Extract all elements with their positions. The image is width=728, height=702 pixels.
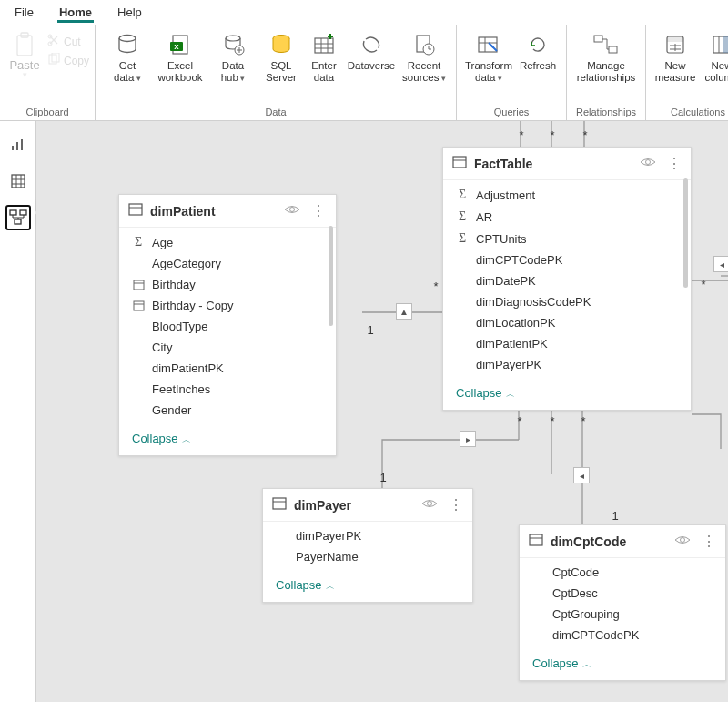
excel-workbook-button[interactable]: X Excel workbook xyxy=(154,28,207,84)
visibility-icon[interactable] xyxy=(640,156,656,171)
field-row[interactable]: dimDiagnosisCodePK xyxy=(443,291,691,312)
field-row[interactable]: Gender xyxy=(119,400,336,421)
report-view-button[interactable] xyxy=(5,132,31,158)
visibility-icon[interactable] xyxy=(674,534,691,549)
enter-data-icon xyxy=(310,31,338,58)
paste-button[interactable]: Paste ▾ xyxy=(5,28,44,79)
field-row[interactable]: ΣAge xyxy=(119,231,336,253)
enter-data-button[interactable]: Enter data xyxy=(303,28,345,84)
collapse-button[interactable]: Collapse︿ xyxy=(520,649,725,680)
table-icon xyxy=(272,496,287,514)
table-card-facttable[interactable]: FactTable ⋮ ΣAdjustment ΣAR ΣCPTUnits di… xyxy=(442,147,692,411)
field-row[interactable]: AgeCategory xyxy=(119,253,336,274)
group-label-clipboard: Clipboard xyxy=(5,105,89,120)
filter-direction-icon[interactable]: ◂ xyxy=(713,256,728,272)
cardinality-many: * xyxy=(513,127,530,143)
table-card-dimpatient[interactable]: dimPatient ⋮ ΣAge AgeCategory Birthday B… xyxy=(118,194,337,456)
field-row[interactable]: dimPayerPK xyxy=(443,354,691,375)
field-row[interactable]: dimPayerPK xyxy=(263,525,472,546)
refresh-icon xyxy=(524,31,551,58)
refresh-button[interactable]: Refresh xyxy=(515,28,561,72)
filter-direction-icon[interactable]: ◂ xyxy=(573,467,590,483)
cut-button[interactable]: Cut xyxy=(47,34,89,49)
more-icon[interactable]: ⋮ xyxy=(702,533,716,550)
field-row[interactable]: dimPatientPK xyxy=(119,358,336,379)
collapse-button[interactable]: Collapse︿ xyxy=(263,571,472,602)
field-row[interactable]: Birthday xyxy=(119,274,336,295)
field-row[interactable]: BloodType xyxy=(119,316,336,337)
collapse-button[interactable]: Collapse︿ xyxy=(119,424,336,455)
more-icon[interactable]: ⋮ xyxy=(667,155,682,172)
scrollbar[interactable] xyxy=(329,226,333,326)
data-view-button[interactable] xyxy=(5,168,31,194)
measure-icon xyxy=(662,31,689,58)
calendar-icon xyxy=(132,300,145,311)
visibility-icon[interactable] xyxy=(284,203,300,219)
filter-direction-icon[interactable]: ▲ xyxy=(396,303,412,320)
field-row[interactable]: ΣAdjustment xyxy=(443,184,691,206)
field-row[interactable]: ΣAR xyxy=(443,206,691,228)
get-data-button[interactable]: Get data ▾ xyxy=(101,28,154,85)
data-hub-label: Data hub ▾ xyxy=(221,60,246,85)
svg-rect-20 xyxy=(667,36,683,42)
tab-file[interactable]: File xyxy=(13,2,35,23)
field-row[interactable]: ΣCPTUnits xyxy=(443,228,691,249)
field-row[interactable]: CptDesc xyxy=(520,583,725,604)
svg-point-32 xyxy=(646,160,651,165)
svg-rect-22 xyxy=(723,36,728,53)
copy-button[interactable]: Copy xyxy=(47,53,89,68)
field-row[interactable]: dimCPTCodePK xyxy=(443,249,691,270)
cardinality-many: * xyxy=(428,278,444,294)
tab-home[interactable]: Home xyxy=(57,2,94,23)
cut-label: Cut xyxy=(64,36,81,48)
sigma-icon: Σ xyxy=(132,235,145,249)
svg-rect-35 xyxy=(530,534,542,545)
new-column-label: New column xyxy=(704,60,728,84)
field-row[interactable]: dimCPTCodePK xyxy=(520,625,725,646)
ribbon-group-calculations: New measure New column Calculations xyxy=(646,25,728,120)
recent-icon xyxy=(410,31,438,58)
table-icon xyxy=(10,173,26,189)
view-rail xyxy=(0,121,36,702)
relationships-icon xyxy=(592,31,620,58)
dataverse-button[interactable]: Dataverse xyxy=(345,28,398,72)
more-icon[interactable]: ⋮ xyxy=(311,202,327,219)
field-row[interactable]: City xyxy=(119,337,336,358)
more-icon[interactable]: ⋮ xyxy=(449,496,463,514)
field-row[interactable]: PayerName xyxy=(263,546,472,567)
scrollbar[interactable] xyxy=(683,178,688,288)
svg-rect-30 xyxy=(134,301,144,310)
group-label-queries: Queries xyxy=(462,105,561,120)
svg-rect-16 xyxy=(479,37,497,52)
model-canvas[interactable]: dimPatient ⋮ ΣAge AgeCategory Birthday B… xyxy=(36,121,728,702)
field-row[interactable]: dimPatientPK xyxy=(443,333,691,354)
field-row[interactable]: dimDatePK xyxy=(443,270,691,291)
data-hub-button[interactable]: Data hub ▾ xyxy=(207,28,259,85)
transform-data-button[interactable]: Transform data ▾ xyxy=(462,28,515,85)
new-measure-label: New measure xyxy=(655,60,696,84)
manage-relationships-button[interactable]: Manage relationships xyxy=(572,28,640,84)
field-row[interactable]: dimLocationPK xyxy=(443,312,691,333)
group-label-rel: Relationships xyxy=(572,105,640,120)
field-list: CptCode CptDesc CptGrouping dimCPTCodePK xyxy=(520,558,725,649)
new-measure-button[interactable]: New measure xyxy=(652,28,699,84)
filter-direction-icon[interactable]: ▸ xyxy=(460,431,476,447)
collapse-button[interactable]: Collapse︿ xyxy=(443,379,691,410)
model-icon xyxy=(9,209,27,226)
visibility-icon[interactable] xyxy=(421,497,438,513)
recent-sources-button[interactable]: Recent sources ▾ xyxy=(398,28,450,85)
field-list: dimPayerPK PayerName xyxy=(263,522,472,571)
tab-help[interactable]: Help xyxy=(116,2,144,23)
svg-rect-17 xyxy=(594,36,602,42)
field-row[interactable]: FeetInches xyxy=(119,379,336,400)
field-row[interactable]: Birthday - Copy xyxy=(119,295,336,316)
table-card-dimpayer[interactable]: dimPayer ⋮ dimPayerPK PayerName Collapse… xyxy=(262,488,473,603)
field-row[interactable]: CptGrouping xyxy=(520,604,725,625)
sql-server-button[interactable]: SQL Server xyxy=(259,28,303,84)
enter-data-label: Enter data xyxy=(311,60,337,84)
new-column-button[interactable]: New column xyxy=(699,28,728,84)
table-card-dimcptcode[interactable]: dimCptCode ⋮ CptCode CptDesc CptGrouping… xyxy=(519,524,726,681)
field-row[interactable]: CptCode xyxy=(520,562,725,583)
model-view-button[interactable] xyxy=(5,205,31,230)
sigma-icon: Σ xyxy=(456,188,469,202)
